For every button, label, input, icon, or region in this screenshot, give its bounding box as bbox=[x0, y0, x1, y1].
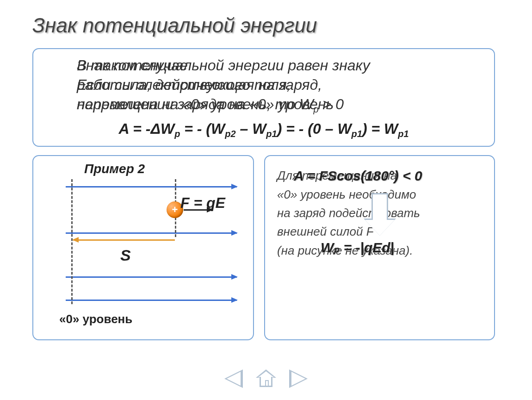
next-button[interactable] bbox=[286, 369, 311, 389]
example-label: Пример 2 bbox=[84, 162, 145, 176]
displacement-label: S bbox=[120, 246, 131, 264]
formula-energy: Wₚ = -|qEd| bbox=[321, 239, 394, 256]
home-icon bbox=[256, 369, 276, 388]
text-layer-2b: работы электрического поля, bbox=[77, 76, 291, 93]
triangle-right-icon bbox=[289, 369, 308, 388]
prev-button[interactable] bbox=[221, 369, 246, 389]
text-layer-1b: Знак потенциальной энергии равен знаку bbox=[77, 57, 370, 74]
field-line bbox=[66, 300, 237, 301]
displacement-arrow bbox=[73, 239, 175, 241]
field-diagram: + F = qE S «0» уровень bbox=[47, 181, 241, 311]
home-button[interactable] bbox=[254, 369, 278, 389]
triangle-left-icon bbox=[224, 369, 243, 388]
force-label: F = qE bbox=[180, 194, 225, 212]
down-arrow-icon bbox=[371, 193, 388, 222]
overlapping-text-block: В таком случае Знак потенциальной энерги… bbox=[77, 56, 483, 116]
slide-title: Знак потенциальной энергии bbox=[32, 14, 500, 37]
top-panel: В таком случае Знак потенциальной энерги… bbox=[32, 48, 495, 147]
diagram-panel: Пример 2 + F = qE S «0» уровень bbox=[32, 155, 254, 340]
zero-level-label: «0» уровень bbox=[59, 312, 132, 326]
text-layer-3c: > 0 bbox=[319, 96, 344, 112]
formula-work: A = FScos(180°) < 0 bbox=[294, 168, 422, 184]
text-layer-3a: направлена на «0» уровень, то W bbox=[77, 96, 314, 112]
field-line bbox=[66, 276, 237, 278]
nav-buttons bbox=[221, 369, 311, 389]
field-line bbox=[66, 186, 237, 188]
main-formula: A = -ΔWp = - (Wp2 – Wp1) = - (0 – Wp1) =… bbox=[44, 120, 483, 139]
field-line bbox=[66, 232, 237, 234]
explanation-panel: Для перемещения на «0» уровень необходим… bbox=[264, 155, 495, 340]
